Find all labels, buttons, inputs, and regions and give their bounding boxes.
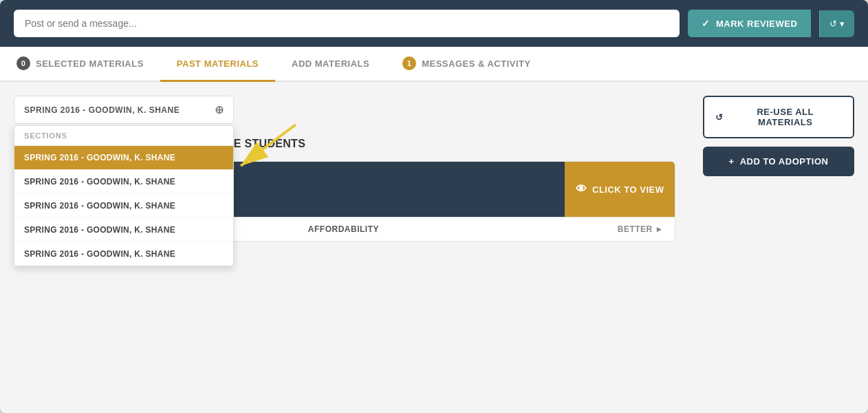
left-panel: SPRING 2016 - GOODWIN, K. SHANE ⊕ SECTIO… <box>0 82 689 413</box>
affordability-label: AFFORDABILITY <box>308 224 379 234</box>
reuse-all-materials-button[interactable]: ↺ RE-USE ALL MATERIALS <box>703 96 854 138</box>
tab-add-materials[interactable]: ADD MATERIALS <box>275 47 386 82</box>
dropdown-menu: SECTIONS SPRING 2016 - GOODWIN, K. SHANE… <box>14 125 234 266</box>
dropdown-selected-value: SPRING 2016 - GOODWIN, K. SHANE <box>24 105 180 115</box>
add-to-adoption-button[interactable]: + ADD TO ADOPTION <box>703 147 854 176</box>
dropdown-arrow-icon: ▾ <box>840 19 845 29</box>
add-adoption-label: ADD TO ADOPTION <box>740 156 829 167</box>
reuse-icon: ↺ <box>715 112 724 123</box>
dropdown-item-1[interactable]: SPRING 2016 - GOODWIN, K. SHANE <box>14 170 233 194</box>
tab-selected-materials[interactable]: 0 SELECTED MATERIALS <box>0 47 160 82</box>
dropdown-item-4[interactable]: SPRING 2016 - GOODWIN, K. SHANE <box>14 242 233 266</box>
dropdown-item-2[interactable]: SPRING 2016 - GOODWIN, K. SHANE <box>14 194 233 218</box>
dropdown-item-3[interactable]: SPRING 2016 - GOODWIN, K. SHANE <box>14 218 233 242</box>
checkmark-icon: ✓ <box>702 18 710 29</box>
undo-icon: ↺ <box>829 19 837 29</box>
reuse-label: RE-USE ALL MATERIALS <box>729 107 843 127</box>
main-window: ✓ MARK REVIEWED ↺ ▾ 0 SELECTED MATERIALS… <box>0 0 868 413</box>
tab-messages-activity[interactable]: 1 MESSAGES & ACTIVITY <box>386 47 547 82</box>
click-to-view-label: CLICK TO VIEW <box>592 184 664 195</box>
right-panel: ↺ RE-USE ALL MATERIALS + ADD TO ADOPTION <box>689 82 868 413</box>
messages-badge: 1 <box>402 56 416 70</box>
mark-reviewed-label: MARK REVIEWED <box>716 19 797 29</box>
click-to-view-button[interactable]: 👁 CLICK TO VIEW <box>565 162 675 217</box>
dropdown-arrow-icon: ⊕ <box>215 103 224 116</box>
mark-reviewed-button[interactable]: ✓ MARK REVIEWED <box>688 10 811 37</box>
dropdown-item-0[interactable]: SPRING 2016 - GOODWIN, K. SHANE <box>14 146 233 170</box>
past-materials-label: PAST MATERIALS <box>177 59 259 69</box>
selected-materials-label: SELECTED MATERIALS <box>36 59 144 69</box>
sections-label: SECTIONS <box>14 126 233 146</box>
section-dropdown[interactable]: SPRING 2016 - GOODWIN, K. SHANE ⊕ <box>14 96 234 124</box>
eye-icon: 👁 <box>576 183 587 195</box>
top-bar: ✓ MARK REVIEWED ↺ ▾ <box>0 0 868 47</box>
selected-materials-badge: 0 <box>17 56 30 70</box>
tab-past-materials[interactable]: PAST MATERIALS <box>160 47 275 82</box>
tabs-bar: 0 SELECTED MATERIALS PAST MATERIALS ADD … <box>0 47 868 82</box>
plus-icon: + <box>729 156 735 167</box>
undo-button[interactable]: ↺ ▾ <box>819 10 854 37</box>
message-input[interactable] <box>14 10 680 37</box>
add-materials-label: ADD MATERIALS <box>292 59 369 69</box>
section-dropdown-wrapper: SPRING 2016 - GOODWIN, K. SHANE ⊕ SECTIO… <box>14 96 234 124</box>
main-content: SPRING 2016 - GOODWIN, K. SHANE ⊕ SECTIO… <box>0 82 868 413</box>
messages-label: MESSAGES & ACTIVITY <box>422 59 531 69</box>
affordability-better: BETTER ► <box>618 224 664 234</box>
